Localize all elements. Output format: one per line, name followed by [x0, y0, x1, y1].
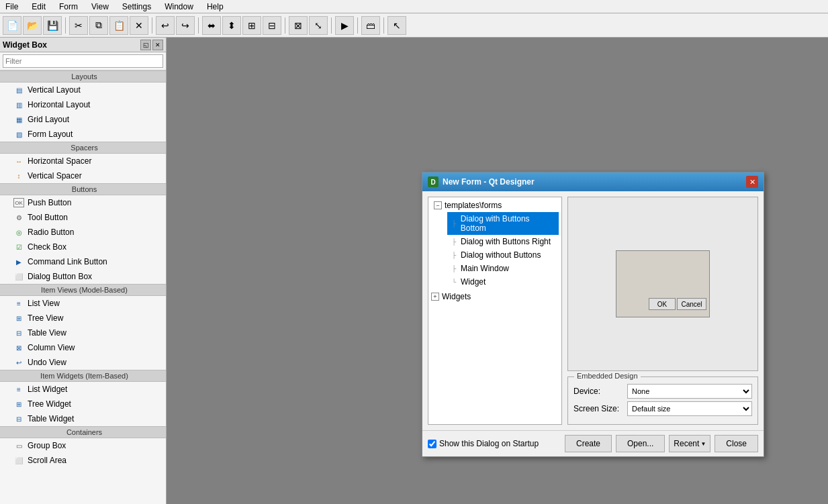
widget-box-close-button[interactable]: ✕	[152, 40, 163, 50]
widget-scroll-area[interactable]: ⬜ Scroll Area	[0, 453, 166, 468]
save-button[interactable]: 💾	[43, 16, 62, 35]
column-view-label: Column View	[28, 343, 75, 352]
tree-widget-icon: ⊞	[13, 399, 24, 409]
layout-form-button[interactable]: ⊟	[263, 16, 281, 35]
adjust-size-button[interactable]: ⤡	[309, 16, 328, 35]
vertical-spacer-icon: ↕	[13, 170, 24, 181]
widget-column-view[interactable]: ⊠ Column View	[0, 340, 166, 355]
open-button[interactable]: 📂	[23, 16, 42, 35]
startup-checkbox-label[interactable]: Show this Dialog on Startup	[428, 439, 539, 448]
column-view-icon: ⊠	[13, 342, 24, 353]
menu-edit[interactable]: Edit	[29, 2, 48, 11]
layout-h-button[interactable]: ⬌	[202, 16, 221, 35]
tree-widgets-expand-icon[interactable]: +	[431, 293, 439, 301]
widget-box-title: Widget Box	[3, 40, 47, 50]
widget-tree-view[interactable]: ⊞ Tree View	[0, 311, 166, 325]
widget-tree-widget[interactable]: ⊞ Tree Widget	[0, 397, 166, 411]
menu-settings[interactable]: Settings	[120, 2, 154, 11]
widget-horizontal-spacer[interactable]: ↔ Horizontal Spacer	[0, 154, 166, 168]
menu-view[interactable]: View	[89, 2, 111, 11]
menu-window[interactable]: Window	[162, 2, 196, 11]
group-box-label: Group Box	[28, 441, 66, 450]
open-button[interactable]: Open...	[616, 435, 665, 452]
copy-button[interactable]: ⧉	[89, 16, 108, 35]
paste-button[interactable]: 📋	[109, 16, 128, 35]
tree-item-dialog-buttons-bottom[interactable]: ├ Dialog with Buttons Bottom	[447, 212, 559, 235]
tree-item-widget[interactable]: └ Widget	[447, 275, 559, 289]
create-button[interactable]: Create	[565, 435, 612, 452]
redo-button[interactable]: ↪	[176, 16, 195, 35]
embedded-device-select[interactable]: None	[627, 384, 752, 399]
widget-dialog-button-box[interactable]: ⬜ Dialog Button Box	[0, 269, 166, 284]
tree-connector-1: ├	[450, 219, 458, 228]
dialog-title-text: New Form - Qt Designer	[443, 177, 535, 187]
startup-checkbox[interactable]	[428, 440, 436, 448]
form-layout-icon: ▧	[13, 129, 24, 140]
form-layout-label: Form Layout	[28, 130, 73, 139]
tree-children: ├ Dialog with Buttons Bottom ├ Dialog wi…	[431, 212, 559, 289]
radio-button-icon: ◎	[13, 227, 24, 238]
toolbar-separator-4	[285, 17, 285, 34]
widget-group-box[interactable]: ▭ Group Box	[0, 438, 166, 453]
widget-list-view[interactable]: ≡ List View	[0, 296, 166, 311]
dialog-footer: Show this Dialog on Startup Create Open.…	[422, 430, 764, 456]
vertical-spacer-label: Vertical Spacer	[28, 171, 82, 181]
resource-editor-button[interactable]: 🗃	[361, 16, 380, 35]
section-layouts: Layouts	[0, 70, 166, 83]
layout-v-button[interactable]: ⬍	[222, 16, 241, 35]
close-button[interactable]: Close	[715, 435, 758, 452]
menu-form[interactable]: Form	[56, 2, 81, 11]
widget-command-link-button[interactable]: ▶ Command Link Button	[0, 254, 166, 269]
tree-item-main-window[interactable]: ├ Main Window	[447, 262, 559, 275]
tree-expand-icon[interactable]: −	[434, 201, 442, 209]
check-box-icon: ☑	[13, 242, 24, 252]
delete-button[interactable]: ✕	[130, 16, 148, 35]
grid-layout-icon: ▦	[13, 114, 24, 125]
preview-button[interactable]: ▶	[335, 16, 354, 35]
cut-button[interactable]: ✂	[69, 16, 88, 35]
tree-item-label-3: Main Window	[461, 264, 509, 273]
widget-tool-button[interactable]: ⚙ Tool Button	[0, 210, 166, 225]
startup-checkbox-text: Show this Dialog on Startup	[439, 439, 539, 448]
dialog-right-panel: OK Cancel Embedded Design Device: None	[567, 197, 758, 425]
tree-root-header[interactable]: − templates\forms	[431, 199, 559, 212]
filter-input[interactable]	[3, 54, 163, 68]
cursor-button[interactable]: ↖	[387, 16, 406, 35]
tree-item-dialog-without-buttons[interactable]: ├ Dialog without Buttons	[447, 248, 559, 262]
menu-help[interactable]: Help	[204, 2, 226, 11]
tree-item-dialog-buttons-right[interactable]: ├ Dialog with Buttons Right	[447, 235, 559, 248]
menu-file[interactable]: File	[3, 2, 21, 11]
dialog-close-button[interactable]: ✕	[746, 176, 758, 188]
embedded-screen-select[interactable]: Default size	[627, 401, 752, 416]
new-button[interactable]: 📄	[3, 16, 21, 35]
toolbar-separator-6	[357, 17, 358, 34]
widget-table-widget[interactable]: ⊟ Table Widget	[0, 411, 166, 426]
break-layout-button[interactable]: ⊠	[289, 16, 308, 35]
tree-widgets-label: Widgets	[442, 292, 471, 301]
table-widget-icon: ⊟	[13, 413, 24, 424]
widget-radio-button[interactable]: ◎ Radio Button	[0, 225, 166, 240]
widget-horizontal-layout[interactable]: ▥ Horizontal Layout	[0, 97, 166, 112]
scroll-area-label: Scroll Area	[28, 456, 66, 465]
recent-button[interactable]: Recent ▼	[669, 435, 710, 452]
tree-widgets-node[interactable]: + Widgets	[428, 290, 561, 303]
vertical-layout-icon: ▤	[13, 85, 24, 95]
embedded-design-container: Embedded Design Device: None Screen Size…	[567, 376, 758, 425]
table-widget-label: Table Widget	[28, 414, 74, 423]
widget-form-layout[interactable]: ▧ Form Layout	[0, 127, 166, 142]
widget-table-view[interactable]: ⊟ Table View	[0, 325, 166, 340]
layout-grid-button[interactable]: ⊞	[242, 16, 261, 35]
widget-vertical-spacer[interactable]: ↕ Vertical Spacer	[0, 168, 166, 183]
tool-button-icon: ⚙	[13, 212, 24, 223]
undo-button[interactable]: ↩	[156, 16, 175, 35]
widget-push-button[interactable]: OK Push Button	[0, 195, 166, 210]
tree-item-label-1: Dialog with Buttons Right	[461, 237, 551, 246]
widget-list-widget[interactable]: ≡ List Widget	[0, 382, 166, 397]
widget-check-box[interactable]: ☑ Check Box	[0, 240, 166, 254]
widget-grid-layout[interactable]: ▦ Grid Layout	[0, 112, 166, 127]
widget-undo-view[interactable]: ↩ Undo View	[0, 355, 166, 370]
widget-box-float-button[interactable]: ◱	[140, 40, 151, 50]
widget-vertical-layout[interactable]: ▤ Vertical Layout	[0, 83, 166, 97]
widget-box-titlebar: Widget Box ◱ ✕	[0, 38, 166, 52]
toolbar-separator-1	[65, 17, 66, 34]
